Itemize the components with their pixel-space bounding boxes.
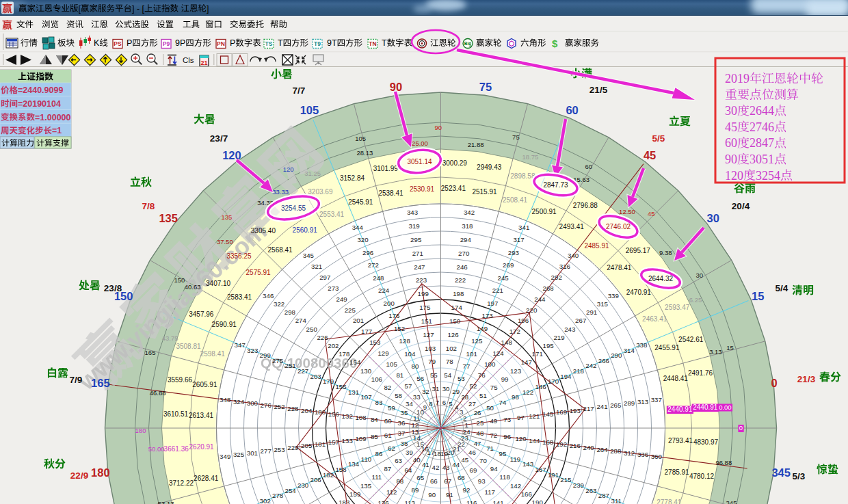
svg-text:340: 340 [568,252,579,259]
svg-text:80: 80 [412,362,419,370]
svg-text:196: 196 [518,317,529,324]
svg-text:345: 345 [303,252,314,259]
svg-text:230: 230 [297,481,309,489]
svg-text:2605.91: 2605.91 [192,381,217,388]
svg-text:119: 119 [510,455,520,463]
svg-text:240: 240 [583,444,595,451]
svg-text:4780.12: 4780.12 [689,473,715,480]
svg-text:2542.61: 2542.61 [678,336,704,343]
svg-text:2628.41: 2628.41 [194,475,219,482]
svg-text:56: 56 [416,375,424,382]
svg-text:217: 217 [583,405,594,412]
svg-text:76: 76 [478,371,486,379]
svg-text:143: 143 [522,460,533,468]
svg-text:325: 325 [233,451,244,458]
svg-text:2455.91: 2455.91 [654,344,680,352]
svg-text:60: 60 [384,417,392,425]
svg-text:245: 245 [498,274,509,282]
svg-text:183: 183 [339,499,349,504]
svg-text:252: 252 [274,403,284,410]
svg-text:290: 290 [611,352,622,359]
svg-text:5/3: 5/3 [793,471,806,481]
svg-text:84: 84 [371,416,378,423]
svg-text:2: 2 [463,414,466,422]
svg-text:90: 90 [725,152,737,166]
svg-text:4830.97: 4830.97 [693,438,719,446]
svg-text:199: 199 [418,290,429,297]
svg-text:45: 45 [725,120,737,134]
svg-text:3101.99: 3101.99 [373,165,399,172]
svg-text:202: 202 [328,342,339,349]
svg-text:72: 72 [490,432,497,439]
svg-text:36: 36 [398,419,406,427]
svg-text:25: 25 [477,419,484,427]
svg-text:301: 301 [247,449,258,457]
svg-text:2448.41: 2448.41 [663,375,689,382]
svg-text:32: 32 [422,388,429,395]
svg-text:146: 146 [535,383,546,390]
svg-text:K: K [94,38,100,48]
svg-text:21/5: 21/5 [589,85,608,95]
svg-text:174: 174 [451,304,463,311]
svg-text:94: 94 [490,465,498,473]
svg-text:345: 345 [726,499,737,504]
svg-text:277: 277 [261,447,271,455]
svg-text:3000.29: 3000.29 [442,159,468,167]
svg-text:221: 221 [492,287,503,294]
svg-text:270: 270 [458,250,470,257]
svg-text:223: 223 [416,276,427,284]
svg-text:7: 7 [436,399,439,406]
svg-text:206: 206 [310,476,321,483]
svg-text:T: T [382,38,387,48]
svg-text:198: 198 [453,290,464,297]
svg-text:268: 268 [543,284,554,292]
svg-text:135: 135 [221,213,232,221]
svg-text:2847.73: 2847.73 [543,181,568,189]
svg-text:71: 71 [486,445,494,452]
svg-text:2538.41: 2538.41 [378,189,403,197]
svg-text:243: 243 [564,326,575,333]
svg-text:82: 82 [384,384,391,391]
svg-text:P: P [230,38,235,48]
svg-text:151: 151 [421,317,432,325]
svg-text:157: 157 [328,438,339,446]
svg-text:=2440.9099: =2440.9099 [18,85,63,95]
svg-text:35: 35 [401,409,408,416]
svg-text:21: 21 [200,59,207,66]
svg-text:341: 341 [518,224,529,231]
svg-text:T: T [278,38,283,48]
svg-text:74: 74 [499,399,507,406]
svg-text:219: 219 [553,334,564,341]
svg-text:29: 29 [452,388,460,395]
svg-text:142: 142 [510,482,521,490]
svg-text:159: 159 [349,490,360,498]
svg-text:2545.91: 2545.91 [348,198,373,206]
svg-text:21.88: 21.88 [468,141,484,148]
svg-text:3457.96: 3457.96 [189,310,214,318]
svg-text:3661.36: 3661.36 [164,445,189,453]
svg-text:15: 15 [752,290,764,302]
svg-text:P: P [127,38,132,48]
svg-text:95: 95 [499,450,507,457]
svg-text:120: 120 [515,435,527,442]
svg-text:2778.41: 2778.41 [657,499,682,504]
svg-text:30: 30 [442,385,450,393]
svg-text:103: 103 [425,345,436,352]
svg-text:109: 109 [355,435,366,442]
svg-text:0: 0 [771,377,778,389]
svg-text:134: 134 [348,460,360,468]
svg-text:147: 147 [521,358,532,366]
svg-text:241: 241 [596,403,607,410]
svg-text:266: 266 [598,357,609,364]
svg-text:9P: 9P [175,38,185,48]
svg-text:66: 66 [430,477,438,485]
svg-text:298: 298 [284,308,295,316]
svg-text:102: 102 [446,345,457,352]
svg-text:3152.84: 3152.84 [340,174,365,182]
svg-text:63: 63 [395,457,402,464]
svg-text:46.88: 46.88 [150,389,166,397]
svg-text:49: 49 [490,417,497,425]
svg-text:3051: 3051 [750,152,774,166]
svg-text:108: 108 [355,414,366,421]
svg-text:191: 191 [548,471,559,479]
